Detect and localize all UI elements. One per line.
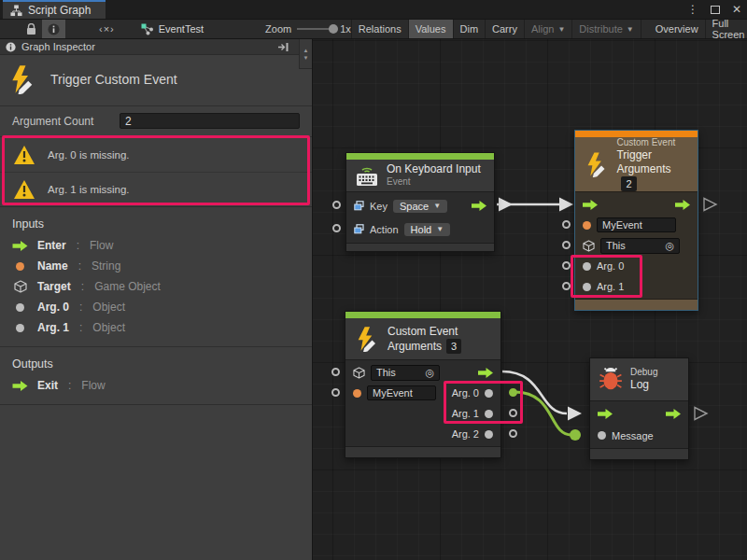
event-name-field[interactable]: MyEvent [597, 217, 676, 232]
menu-kebab-icon[interactable]: ⋮ [687, 4, 698, 15]
full-screen-button[interactable]: Full Screen [706, 20, 747, 38]
message-row: Message [590, 425, 688, 446]
event-name-row: MyEvent [575, 215, 698, 235]
node-header: Custom Event Trigger Arguments2 [575, 137, 698, 191]
wire-value-endpoint [570, 429, 581, 441]
node-on-keyboard-input[interactable]: On Keyboard Input Event Key Space▼ Actio… [345, 152, 495, 252]
object-port-icon [485, 430, 493, 439]
graph-canvas[interactable]: On Keyboard Input Event Key Space▼ Actio… [313, 39, 747, 560]
node-header: On Keyboard Input Event [346, 160, 494, 191]
argument-count-badge: 2 [621, 176, 636, 191]
action-dropdown[interactable]: Hold▼ [404, 223, 451, 236]
node-category: Debug [630, 367, 657, 379]
action-row: Action Hold▼ [346, 217, 494, 241]
arrow-down-icon: ▼ [303, 55, 309, 61]
flow-in-arrow[interactable] [598, 409, 613, 419]
flow-arrow-icon [12, 241, 28, 251]
target-picker-icon[interactable]: ◎ [425, 367, 434, 379]
input-port[interactable] [562, 241, 571, 249]
node-footer [590, 448, 688, 459]
flow-out-triangle [695, 408, 707, 420]
inspector-toggle-button[interactable] [42, 20, 65, 38]
input-port[interactable] [332, 201, 341, 209]
input-port[interactable] [562, 220, 571, 229]
node-title: Log [630, 378, 657, 392]
panel-width-stepper[interactable]: ▲▼ [299, 39, 312, 69]
dock-panel-icon[interactable] [277, 42, 289, 52]
argument-count-label: Argument Count [12, 115, 120, 128]
flow-in-arrow[interactable] [583, 200, 598, 210]
close-icon[interactable]: ✕ [732, 4, 741, 15]
unit-title: Trigger Custom Event [50, 72, 177, 87]
zoom-slider-handle[interactable] [329, 24, 338, 34]
flow-out-arrow[interactable] [666, 409, 681, 419]
carry-button[interactable]: Carry [486, 20, 525, 38]
maximize-icon[interactable] [711, 6, 720, 14]
action-label: Action [370, 224, 399, 235]
title-bar: Script Graph ⋮ ✕ [0, 0, 747, 19]
distribute-dropdown[interactable]: Distribute▼ [572, 20, 641, 38]
node-arguments: Arguments2 [616, 162, 689, 191]
input-port[interactable] [331, 388, 340, 397]
argument-count-input[interactable] [120, 113, 300, 129]
input-port[interactable] [562, 261, 571, 270]
chevron-down-icon: ▼ [433, 202, 441, 210]
node-arguments: Arguments3 [388, 339, 461, 354]
target-picker-icon[interactable]: ◎ [665, 240, 674, 252]
key-dropdown[interactable]: Space▼ [393, 200, 447, 213]
input-pin-row: Enter:Flow [0, 235, 312, 256]
align-dropdown[interactable]: Align▼ [525, 20, 572, 38]
dim-button[interactable]: Dim [454, 20, 486, 38]
input-pin-row: Target:Game Object [0, 276, 312, 297]
values-button[interactable]: Values [409, 20, 454, 38]
zoom-slider[interactable] [297, 28, 334, 30]
lock-icon[interactable] [21, 20, 42, 38]
cube-icon [14, 280, 27, 293]
flow-out-arrow[interactable] [675, 200, 690, 210]
node-footer [345, 446, 500, 457]
node-accent-bar [346, 153, 494, 160]
input-port[interactable] [332, 224, 341, 232]
node-debug-log[interactable]: Debug Log Message [589, 357, 689, 460]
object-port-icon [598, 431, 606, 440]
string-port-icon [583, 221, 591, 230]
flow-out-arrow[interactable] [478, 368, 493, 378]
flow-out-triangle [704, 199, 716, 211]
wire-start-triangle [499, 198, 513, 212]
node-footer [346, 243, 494, 251]
input-pin-row: Name:String [0, 256, 312, 276]
node-accent-bar [345, 312, 500, 318]
node-subtitle: Event [387, 176, 481, 189]
relations-button[interactable]: Relations [351, 20, 409, 38]
custom-event-icon [354, 326, 380, 352]
zoom-control: Zoom 1x [265, 20, 351, 38]
zoom-value: 1x [340, 23, 351, 35]
input-port[interactable] [562, 282, 571, 290]
input-pin-row: Arg. 1:Object [0, 317, 312, 338]
node-title: On Keyboard Input [387, 162, 481, 176]
overview-button[interactable]: Overview [649, 20, 706, 38]
arg-row: Arg. 2 [345, 424, 500, 444]
object-port-icon [16, 303, 24, 312]
tab-script-graph[interactable]: Script Graph [3, 0, 106, 19]
unit-title-block: Trigger Custom Event [0, 55, 312, 106]
graph-breadcrumb[interactable]: EventTest [137, 20, 207, 38]
event-name-field[interactable]: MyEvent [367, 385, 436, 400]
warnings-annotation-box [2, 135, 310, 205]
argument-count-row: Argument Count [0, 106, 312, 137]
target-field[interactable]: This◎ [371, 365, 440, 381]
code-preview-icon[interactable]: ‹×› [93, 20, 120, 38]
window-controls: ⋮ ✕ [687, 0, 741, 19]
flow-row [575, 194, 698, 215]
info-icon [48, 23, 60, 35]
arg-label: Arg. 2 [452, 428, 479, 440]
input-port[interactable] [331, 368, 340, 376]
zoom-label: Zoom [265, 23, 291, 35]
flow-out-arrow[interactable] [472, 201, 486, 211]
editor-content: Graph Inspector ▲▼ Trigger Custom Event … [0, 39, 747, 560]
target-field[interactable]: This◎ [600, 238, 680, 254]
custom-event-icon [7, 64, 37, 94]
node-body: Message [590, 400, 688, 448]
output-port[interactable] [509, 429, 517, 438]
script-graph-window: Script Graph ⋮ ✕ ‹×› EventTest Zoom 1x R… [0, 0, 747, 560]
